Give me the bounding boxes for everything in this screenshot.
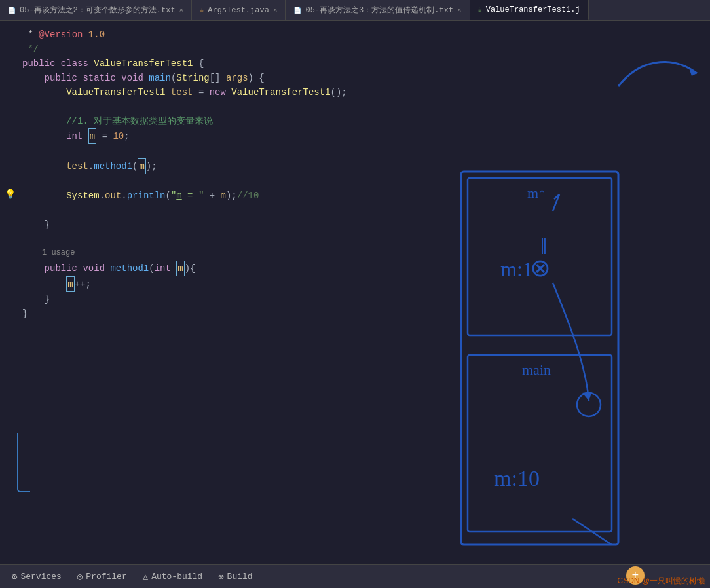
- tab-label-3: 05-再谈方法之3：方法的值传递机制.txt: [305, 5, 453, 16]
- profiler-button[interactable]: ◎ Profiler: [71, 568, 134, 585]
- line-code-10: test.method1(m);: [20, 158, 157, 174]
- code-line-17: public void method1(int m){: [0, 261, 445, 276]
- line-code-2: */: [20, 42, 39, 56]
- build-label: Build: [227, 572, 253, 581]
- tab-valuetransfer-java[interactable]: ☕ ValueTransferTest1.j: [470, 0, 589, 20]
- code-line-8: int m = 10;: [0, 128, 445, 144]
- line-code-6: [20, 100, 28, 114]
- code-line-15: [0, 232, 445, 246]
- bottom-toolbar: ⚙ Services ◎ Profiler △ Auto-build ⚒ Bui…: [0, 564, 710, 588]
- svg-text:m:1: m:1: [500, 257, 533, 281]
- code-line-18: m++;: [0, 276, 445, 292]
- tab-txt-file-1[interactable]: 📄 05-再谈方法之2：可变个数形参的方法.txt ×: [0, 0, 192, 20]
- svg-marker-12: [582, 392, 592, 401]
- line-code-17: public void method1(int m){: [20, 261, 196, 276]
- svg-rect-1: [468, 178, 612, 335]
- svg-line-7: [554, 194, 559, 199]
- svg-rect-2: [468, 355, 612, 532]
- autobuild-label: Auto-build: [151, 572, 202, 581]
- usage-label-line: 1 usage: [0, 246, 445, 261]
- tab-bar: 📄 05-再谈方法之2：可变个数形参的方法.txt × ☕ ArgsTest.j…: [0, 0, 710, 21]
- code-line-3: public class ValueTransferTest1 {: [0, 56, 445, 71]
- services-icon: ⚙: [12, 571, 17, 582]
- line-code-7: //1. 对于基本数据类型的变量来说: [20, 114, 213, 128]
- line-code-11: [20, 174, 28, 189]
- line-code-14: }: [20, 217, 50, 232]
- svg-line-10: [572, 519, 612, 545]
- usage-label: 1 usage: [20, 246, 75, 259]
- profiler-label: Profiler: [86, 572, 126, 581]
- bulb-icon[interactable]: 💡: [5, 189, 16, 200]
- svg-marker-11: [689, 68, 697, 76]
- line-code-15: [20, 232, 28, 246]
- line-code-9: [20, 144, 28, 158]
- line-code-13: [20, 203, 28, 217]
- line-code-12: System.out.println("m = " + m);//10: [20, 189, 259, 203]
- tab-label-1: 05-再谈方法之2：可变个数形参的方法.txt: [20, 5, 176, 16]
- profiler-icon: ◎: [77, 571, 83, 582]
- svg-text:m:10: m:10: [494, 466, 540, 490]
- svg-text:‖: ‖: [540, 236, 548, 254]
- autobuild-button[interactable]: △ Auto-build: [136, 568, 209, 585]
- services-button[interactable]: ⚙ Services: [5, 568, 68, 585]
- tab-txt-file-3[interactable]: 📄 05-再谈方法之3：方法的值传递机制.txt ×: [286, 0, 470, 20]
- code-line-11: [0, 174, 445, 189]
- line-code-3: public class ValueTransferTest1 {: [20, 56, 204, 71]
- java-icon-2: ☕: [200, 7, 204, 14]
- tab-args-java[interactable]: ☕ ArgsTest.java ×: [192, 0, 286, 20]
- tab-close-3[interactable]: ×: [457, 7, 462, 14]
- code-line-1: * @Version 1.0: [0, 28, 445, 42]
- svg-text:main: main: [522, 361, 551, 378]
- line-code-8: int m = 10;: [20, 128, 130, 144]
- code-line-7: //1. 对于基本数据类型的变量来说: [0, 114, 445, 128]
- line-code-4: public static void main(String[] args) {: [20, 71, 265, 85]
- tab-close-2[interactable]: ×: [273, 7, 278, 14]
- svg-point-13: [577, 393, 601, 416]
- java-icon-4: ☕: [478, 6, 482, 14]
- line-code-1: * @Version 1.0: [20, 28, 105, 42]
- code-area: * @Version 1.0 */ public class ValueTran…: [0, 21, 710, 564]
- code-line-14: }: [0, 217, 445, 232]
- line-gutter-12: 💡: [0, 189, 20, 200]
- svg-rect-0: [461, 172, 618, 545]
- build-icon: ⚒: [218, 571, 223, 582]
- hand-drawn-diagram: m↑ m:1 ⊗ main m:10 ‖: [435, 21, 710, 564]
- svg-text:m↑: m↑: [527, 185, 546, 201]
- code-line-9: [0, 144, 445, 158]
- code-line-2: */: [0, 42, 445, 56]
- build-button[interactable]: ⚒ Build: [212, 568, 259, 585]
- code-line-20: }: [0, 306, 445, 321]
- autobuild-icon: △: [143, 571, 148, 582]
- code-line-6: [0, 100, 445, 114]
- tab-close-1[interactable]: ×: [179, 7, 184, 14]
- line-code-5: ValueTransferTest1 test = new ValueTrans…: [20, 85, 347, 100]
- txt-icon-1: 📄: [8, 7, 16, 14]
- method-bracket-decoration: [17, 433, 30, 492]
- code-line-13: [0, 203, 445, 217]
- svg-text:⊗: ⊗: [530, 254, 551, 282]
- code-line-10: test.method1(m);: [0, 158, 445, 174]
- line-code-18: m++;: [20, 276, 91, 292]
- code-editor[interactable]: * @Version 1.0 */ public class ValueTran…: [0, 21, 445, 327]
- code-line-5: ValueTransferTest1 test = new ValueTrans…: [0, 85, 445, 100]
- code-line-4: public static void main(String[] args) {: [0, 71, 445, 85]
- code-line-19: }: [0, 292, 445, 306]
- line-code-20: }: [20, 306, 28, 321]
- watermark-text: CSDN @一只叫慢的树懒: [617, 576, 705, 587]
- svg-line-6: [553, 194, 559, 211]
- txt-icon-3: 📄: [293, 7, 301, 14]
- tab-label-2: ArgsTest.java: [208, 6, 269, 15]
- line-code-19: }: [20, 292, 50, 306]
- services-label: Services: [20, 572, 61, 581]
- tab-label-4: ValueTransferTest1.j: [486, 5, 580, 14]
- code-line-12: 💡 System.out.println("m = " + m);//10: [0, 189, 445, 203]
